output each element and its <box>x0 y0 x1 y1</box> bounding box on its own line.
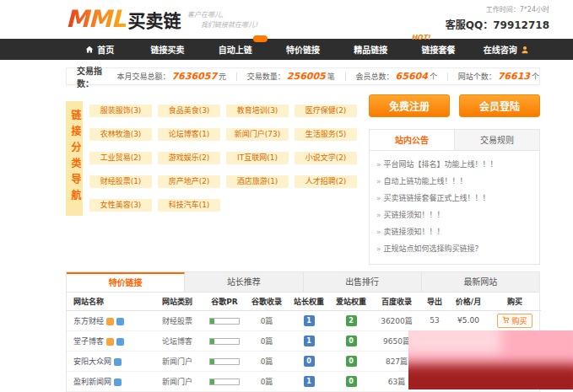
category-chip[interactable]: 女性美容(3) <box>89 199 152 212</box>
category-chip[interactable]: 农林牧渔(3) <box>89 128 152 141</box>
nav-item-special-links[interactable]: 特价链接 <box>269 39 337 60</box>
nav-item-home[interactable]: 首页 <box>66 39 133 60</box>
blur-light-layer <box>408 330 501 354</box>
nav-item-online-consult[interactable]: 在线咨询 <box>473 39 540 60</box>
google-index: 0篇 <box>246 310 288 330</box>
nav-item-premium-links[interactable]: 精品链接 <box>337 39 404 60</box>
login-button[interactable]: 会员登陆 <box>459 94 540 117</box>
col-google-index: 谷歌收录 <box>246 293 288 310</box>
work-time-text: 工作时间：7*24小时 <box>446 4 549 13</box>
col-google-pr: 谷歌PR <box>203 293 246 310</box>
site-link[interactable]: 盈利新闻网 <box>73 378 111 386</box>
stat-unit: 笔 <box>327 71 335 82</box>
nav-label: 首页 <box>97 43 114 56</box>
pr-meter <box>209 318 240 325</box>
category-chip[interactable]: 食品美食(3) <box>158 105 220 117</box>
col-site-category: 网站类别 <box>151 293 203 310</box>
tab-newest-sites[interactable]: 最新网站 <box>422 272 539 292</box>
pr-meter <box>209 338 240 345</box>
category-chip[interactable]: 工业贸易(2) <box>89 152 152 164</box>
stat-value: 65604 <box>396 71 428 82</box>
nav-item-link-package[interactable]: HOT! 链接套餐 <box>404 39 472 60</box>
pr-meter <box>209 358 240 365</box>
stat-value: 76613 <box>498 71 530 82</box>
aizhan-weight-badge: 0 <box>346 376 357 387</box>
pr-meter <box>209 379 240 385</box>
category-chip[interactable]: 科技汽车(1) <box>158 199 220 212</box>
stat-unit: 个 <box>532 71 539 82</box>
notice-item[interactable]: 买链接须知！！！ <box>376 207 532 223</box>
pr-fill <box>210 379 214 384</box>
nav-item-auto-link[interactable]: 自动上链 <box>202 39 269 60</box>
aizhan-weight-badge: 0 <box>346 336 357 346</box>
logo-mml: MML <box>66 5 126 33</box>
site-info-icon[interactable] <box>116 338 124 346</box>
site-info-icon[interactable] <box>116 318 124 325</box>
stat-value: 256005 <box>287 71 326 82</box>
nav-label: 链接买卖 <box>150 43 184 56</box>
listings-tabs: 特价链接 站长推荐 出售排行 最新网站 <box>67 272 539 293</box>
category-chip[interactable]: IT互联网(1) <box>226 152 289 164</box>
export-count: 53 <box>421 310 448 330</box>
category-chip[interactable]: 新闻门户(73) <box>226 128 289 141</box>
aizhan-weight-badge: 2 <box>346 315 357 326</box>
category-chip[interactable]: 生活服务(5) <box>295 128 357 141</box>
notice-item[interactable]: 平台网站【排名】功能上线！！！ <box>376 156 532 173</box>
site-info-icon[interactable] <box>114 379 122 386</box>
site-link[interactable]: 安阳大众网 <box>73 357 111 366</box>
category-chip[interactable]: 人才招聘(2) <box>295 175 357 188</box>
stat-label: 交易数量： <box>247 71 285 82</box>
blurred-region <box>408 330 573 389</box>
price: ¥5.00 <box>448 310 489 330</box>
stat-label: 本月交易总额： <box>116 71 170 82</box>
divider <box>345 72 346 81</box>
site-category: 新闻门户 <box>151 351 203 371</box>
qq-contact-icon <box>521 46 529 54</box>
category-chip[interactable]: 游戏娱乐(2) <box>158 152 220 164</box>
tagline-line1: 客户在哪儿, <box>187 10 257 20</box>
stat-label: 网站个数： <box>458 71 496 82</box>
site-info-icon[interactable] <box>114 358 122 366</box>
favorite-icon[interactable] <box>106 318 114 325</box>
category-chip[interactable]: 服装服饰(3) <box>89 105 152 117</box>
col-export: 导出 <box>421 293 448 310</box>
site-link[interactable]: 堂子博客 <box>73 337 104 346</box>
tab-webmaster-picks[interactable]: 站长推荐 <box>185 272 303 292</box>
col-baidu-index: 百度收录 <box>372 293 421 310</box>
notice-item[interactable]: 自动上链功能上线！！！ <box>376 173 532 190</box>
nav-label: 特价链接 <box>286 43 320 56</box>
nav-label: 精品链接 <box>354 43 387 56</box>
google-index: 0篇 <box>246 351 288 371</box>
category-chip[interactable]: 房产地产(2) <box>158 175 220 188</box>
buy-label: 购买 <box>511 315 527 326</box>
category-chip[interactable]: 财经股票(1) <box>89 175 152 188</box>
category-chip[interactable]: 教育培训(3) <box>226 105 289 117</box>
auth-buttons: 免费注册 会员登陆 <box>369 94 540 117</box>
stats-title: 交易指数： <box>77 64 110 89</box>
baidu-index: 36200篇 <box>372 310 421 330</box>
hot-badge: HOT! <box>411 34 430 41</box>
tab-trade-rules[interactable]: 交易规则 <box>455 130 539 150</box>
site-logo[interactable]: MML 买卖链 <box>66 5 181 33</box>
category-chip[interactable]: 医疗保健(2) <box>295 105 357 117</box>
notice-item[interactable]: 正规站点如何选择购买链接？ <box>376 240 532 257</box>
notice-item[interactable]: 买卖链链接套餐正式上线！！！ <box>376 190 532 207</box>
nav-item-link-trade[interactable]: 链接买卖 <box>133 39 201 60</box>
nav-label: 自动上链 <box>219 43 252 56</box>
buy-button[interactable]: 购买 <box>497 314 532 328</box>
category-vertical-label: 链接分类导航 <box>66 101 83 216</box>
notice-item[interactable]: 卖链接须知！！！ <box>376 223 532 240</box>
stat-member-count: 会员总数： 65604 个 <box>356 71 437 82</box>
category-chip[interactable]: 小说文学(2) <box>295 152 357 164</box>
tab-sales-ranking[interactable]: 出售排行 <box>304 272 422 292</box>
tab-site-announcements[interactable]: 站内公告 <box>370 130 455 150</box>
favorite-icon[interactable] <box>106 338 114 346</box>
stat-trade-count: 交易数量： 256005 笔 <box>247 71 335 82</box>
site-link[interactable]: 东方财经 <box>73 317 104 325</box>
category-chip[interactable]: 论坛博客(1) <box>158 128 220 141</box>
tab-special-links[interactable]: 特价链接 <box>67 272 185 292</box>
category-chip[interactable]: 酒店旅游(1) <box>226 175 289 188</box>
register-button[interactable]: 免费注册 <box>369 94 450 117</box>
tagline-line2: 我们链接就在哪儿! <box>201 20 257 30</box>
divider <box>447 72 448 81</box>
